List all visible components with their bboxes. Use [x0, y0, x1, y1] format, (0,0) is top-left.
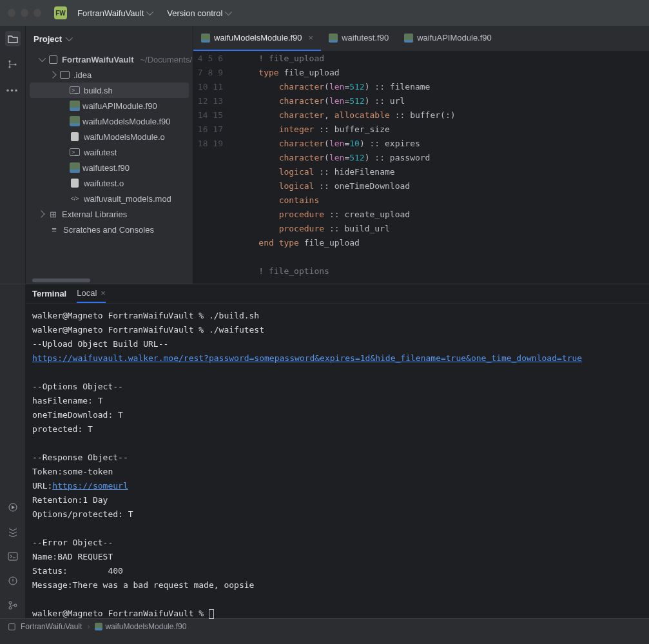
scratches-icon — [49, 224, 59, 235]
tree-item-label: waifutest — [84, 148, 117, 157]
tree-item-label: waifuAPIModule.f90 — [82, 101, 157, 111]
chevron-down-icon — [146, 8, 153, 15]
fortran-icon — [201, 34, 210, 43]
terminal-tool-icon[interactable] — [5, 549, 21, 564]
terminal-title[interactable]: Terminal — [32, 285, 66, 302]
scratches[interactable]: Scratches and Consoles — [26, 222, 193, 237]
crumb-project: FortranWaifuVault — [21, 622, 82, 631]
console-icon — [70, 85, 80, 95]
tree-item[interactable]: waifutest.o — [26, 175, 193, 191]
tree-item[interactable]: waifuAPIModule.f90 — [26, 98, 193, 113]
fortran-icon — [70, 116, 80, 126]
tab-label: waifutest.f90 — [342, 33, 389, 43]
module-icon — [48, 54, 58, 64]
chevron-down-icon — [37, 57, 45, 62]
tree-item-label: waifuvault_models.mod — [84, 194, 171, 204]
ellipsis-icon: ••• — [6, 86, 19, 95]
tab-label: waifuModelsModule.f90 — [214, 33, 302, 43]
tree-root[interactable]: FortranWaifuVault ~/Documents/ — [26, 52, 193, 67]
root-name: FortranWaifuVault — [62, 55, 133, 64]
maximize-window[interactable] — [34, 9, 41, 17]
project-tool-icon[interactable] — [5, 31, 21, 46]
fortran-icon — [404, 34, 413, 43]
sidebar-scrollbar[interactable] — [32, 278, 186, 284]
line-gutter: 4 5 6 7 8 9 10 11 12 13 14 15 16 17 18 1… — [193, 52, 232, 284]
tree-item-label: waifuModelsModule.o — [84, 132, 165, 142]
editor-tab[interactable]: waifuAPIModule.f90 — [396, 26, 499, 51]
code-icon — [70, 193, 80, 204]
breadcrumb-separator: › — [87, 622, 90, 631]
project-name: FortranWaifuVault — [77, 8, 144, 18]
sidebar-header[interactable]: Project — [26, 26, 193, 52]
tree-item[interactable]: waifuvault_models.mod — [26, 191, 193, 206]
terminal-link[interactable]: https://someurl — [52, 481, 128, 491]
project-selector[interactable]: FortranWaifuVault — [72, 6, 157, 21]
editor-area: waifuModelsModule.f90×waifutest.f90waifu… — [193, 26, 649, 284]
scratches-label: Scratches and Consoles — [63, 225, 154, 235]
code-editor[interactable]: 4 5 6 7 8 9 10 11 12 13 14 15 16 17 18 1… — [193, 52, 649, 284]
fortran-icon — [70, 101, 80, 111]
tree-item-label: .idea — [73, 70, 92, 80]
module-icon — [8, 622, 16, 630]
tab-label: waifuAPIModule.f90 — [417, 33, 492, 43]
chevron-right-icon — [49, 72, 57, 77]
tree-item-label: waifuModelsModule.f90 — [82, 117, 171, 126]
close-icon[interactable]: × — [309, 33, 314, 43]
console-icon — [70, 147, 80, 157]
breadcrumb[interactable]: waifuModelsModule.f90 — [95, 622, 186, 631]
tree-item-label: waifutest.o — [84, 179, 124, 188]
tree-item[interactable]: waifuModelsModule.o — [26, 129, 193, 144]
terminal-cursor — [209, 609, 214, 619]
terminal-session-label: Local — [77, 288, 97, 298]
close-window[interactable] — [8, 9, 15, 17]
library-icon — [48, 209, 58, 219]
project-sidebar: Project FortranWaifuVault ~/Documents/ .… — [26, 26, 193, 284]
chevron-right-icon — [37, 211, 45, 217]
titlebar: FW FortranWaifuVault Version control — [0, 0, 649, 26]
tree-item[interactable]: waifutest — [26, 144, 193, 160]
tree-item[interactable]: .idea — [26, 67, 193, 83]
folder-icon — [59, 70, 70, 80]
external-libraries[interactable]: External Libraries — [26, 206, 193, 222]
tree-item-label: waifutest.f90 — [82, 163, 130, 173]
breadcrumb[interactable]: FortranWaifuVault — [6, 621, 82, 632]
terminal-content: Terminal Local × walker@Magneto FortranW… — [26, 284, 649, 618]
tree-item[interactable]: waifutest.f90 — [26, 160, 193, 175]
run-tool-icon[interactable] — [5, 500, 21, 515]
more-tool-icon[interactable]: ••• — [5, 83, 21, 98]
close-icon[interactable]: × — [101, 288, 106, 298]
vcs-label: Version control — [167, 8, 222, 18]
terminal-panel: Terminal Local × walker@Magneto FortranW… — [0, 284, 649, 618]
left-toolstrip: ••• — [0, 26, 26, 284]
left-bottom-toolstrip — [0, 284, 26, 618]
svg-point-7 — [9, 607, 12, 609]
terminal-tabs: Terminal Local × — [26, 284, 649, 304]
services-tool-icon[interactable] — [5, 524, 21, 540]
vcs-menu[interactable]: Version control — [162, 6, 235, 21]
svg-point-8 — [14, 604, 17, 607]
terminal-link[interactable]: https://waifuvault.walker.moe/rest?passw… — [32, 353, 582, 363]
main-layout: ••• Project FortranWaifuVault ~/Document… — [0, 26, 649, 284]
chevron-down-icon — [66, 34, 73, 41]
terminal-session-tab[interactable]: Local × — [77, 284, 106, 303]
crumb-file: waifuModelsModule.f90 — [105, 622, 186, 631]
terminal-output[interactable]: walker@Magneto FortranWaifuVault % ./bui… — [26, 304, 649, 626]
editor-tabs: waifuModelsModule.f90×waifutest.f90waifu… — [193, 26, 649, 52]
file-icon — [70, 132, 80, 142]
tree-item[interactable]: build.sh — [30, 83, 189, 98]
minimize-window[interactable] — [21, 9, 28, 17]
problems-tool-icon[interactable] — [5, 573, 21, 589]
code-content[interactable]: ! file_upload type file_upload character… — [232, 52, 649, 284]
project-tree: FortranWaifuVault ~/Documents/ .ideabuil… — [26, 52, 193, 277]
svg-rect-4 — [8, 552, 17, 560]
file-icon — [70, 178, 80, 188]
fortran-icon — [95, 623, 102, 630]
structure-tool-icon[interactable] — [5, 57, 21, 72]
editor-tab[interactable]: waifuModelsModule.f90× — [193, 26, 321, 51]
tree-item-label: build.sh — [84, 86, 113, 95]
fortran-icon — [329, 34, 338, 43]
vcs-tool-icon[interactable] — [5, 598, 21, 613]
fortran-icon — [70, 162, 80, 173]
tree-item[interactable]: waifuModelsModule.f90 — [26, 113, 193, 129]
editor-tab[interactable]: waifutest.f90 — [321, 26, 396, 51]
